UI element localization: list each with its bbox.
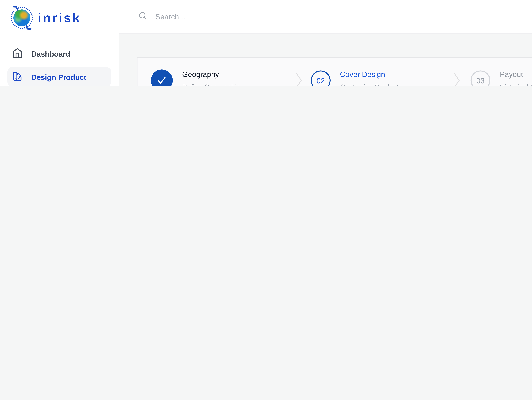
search-box bbox=[138, 11, 532, 22]
top-bar: InRisk Labs bbox=[119, 0, 532, 34]
home-icon bbox=[12, 47, 23, 60]
brand-logo[interactable]: ❯ ❯ inrisk bbox=[0, 0, 119, 30]
sidebar-item-dashboard[interactable]: Dashboard bbox=[7, 44, 111, 63]
step-separator bbox=[296, 57, 296, 86]
step-number-circle: 03 bbox=[470, 70, 490, 86]
step-subtitle: Customise Product bbox=[340, 83, 399, 86]
step-title: Cover Design bbox=[340, 70, 399, 78]
check-icon bbox=[156, 75, 167, 86]
step-title: Payout bbox=[500, 70, 532, 78]
step-completed-circle bbox=[151, 70, 173, 86]
step-cover-design[interactable]: 02 Cover Design Customise Product bbox=[290, 57, 450, 86]
step-subtitle: Define Geographies bbox=[182, 83, 244, 86]
step-subtitle: Historical Losses bbox=[500, 83, 532, 86]
sidebar-item-label: Design Product bbox=[31, 73, 86, 81]
sidebar: ❯ ❯ inrisk Dashboard Design Product Live… bbox=[0, 0, 119, 86]
search-input[interactable] bbox=[154, 12, 365, 21]
wizard-stepper: Geography Define Geographies 02 Cover De… bbox=[137, 57, 532, 86]
sidebar-nav: Dashboard Design Product Live Termsheets… bbox=[0, 44, 119, 86]
step-title: Geography bbox=[182, 70, 244, 78]
step-separator bbox=[454, 57, 454, 86]
step-geography[interactable]: Geography Define Geographies bbox=[138, 57, 290, 86]
main-content: Geography Define Geographies 02 Cover De… bbox=[119, 34, 532, 86]
swatch-book-icon bbox=[12, 71, 23, 83]
step-number-circle: 02 bbox=[311, 70, 331, 86]
app-window: ❯ ❯ inrisk Dashboard Design Product Live… bbox=[0, 0, 532, 86]
sidebar-item-design-product[interactable]: Design Product bbox=[7, 67, 111, 86]
search-icon bbox=[138, 11, 147, 22]
globe-icon: ❯ ❯ bbox=[10, 6, 34, 30]
brand-name: inrisk bbox=[38, 10, 81, 26]
sidebar-item-label: Dashboard bbox=[31, 49, 70, 58]
step-payout[interactable]: 03 Payout Historical Losses bbox=[450, 57, 532, 86]
